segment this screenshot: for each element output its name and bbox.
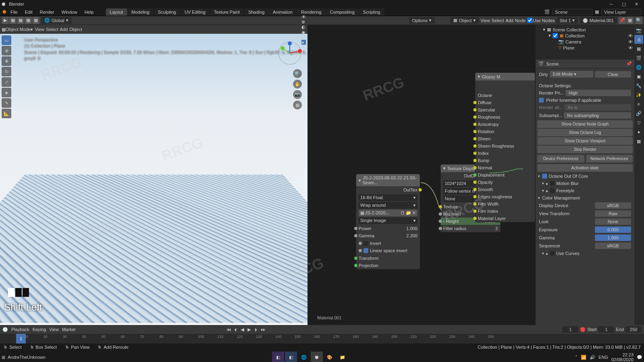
- tool-cursor[interactable]: ⊕: [2, 46, 11, 56]
- pin-icon[interactable]: 📌: [619, 17, 626, 24]
- ptab-material[interactable]: ●: [634, 128, 643, 136]
- ptab-scene[interactable]: 🎬: [634, 53, 643, 62]
- editmode-dropdown[interactable]: Edit Mode ▾: [550, 71, 593, 78]
- tl-playback[interactable]: Playback: [11, 327, 29, 332]
- view-transform-dropdown[interactable]: Raw: [595, 210, 631, 217]
- clock-time[interactable]: 22:23: [611, 352, 634, 357]
- ptab-output[interactable]: 🖨: [634, 35, 643, 44]
- shading4-icon[interactable]: ●: [301, 40, 306, 45]
- options-dropdown[interactable]: Options▾: [409, 17, 435, 24]
- tool-rotate[interactable]: ↻: [2, 67, 11, 76]
- ptab-world[interactable]: 🌐: [634, 63, 643, 72]
- tl-marker[interactable]: Marker: [62, 327, 76, 332]
- ptab-data[interactable]: ▽: [634, 118, 643, 127]
- node-glossy[interactable]: ▾Glossy M Octane Diffuse Specular Roughn…: [475, 72, 535, 222]
- snap-icon[interactable]: ▦: [9, 17, 17, 24]
- vp-view[interactable]: View: [35, 27, 44, 32]
- zoom-icon[interactable]: 🔍: [293, 69, 302, 78]
- backdrop-icon[interactable]: ▦: [626, 17, 634, 24]
- network-prefs-button[interactable]: Network Preferences: [586, 155, 633, 162]
- overlay-icon[interactable]: 👁: [301, 14, 306, 19]
- node-glossy-header[interactable]: ▾Glossy M: [475, 73, 535, 80]
- ptab-particles[interactable]: ✨: [634, 90, 643, 99]
- autokey-icon[interactable]: 🔴: [580, 327, 586, 332]
- timeline-ruler[interactable]: 1 10203040506070809010011012013014015016…: [0, 334, 644, 343]
- start-frame-field[interactable]: 1: [598, 326, 614, 333]
- ne-select[interactable]: Select: [491, 18, 504, 23]
- gizmo-icon[interactable]: ⊕: [301, 19, 306, 25]
- jump-start-icon[interactable]: ⏮: [225, 326, 232, 333]
- show-log-button[interactable]: Show Octane Log: [537, 129, 633, 136]
- activation-button[interactable]: Activation state: [537, 164, 633, 172]
- sequencer-dropdown[interactable]: sRGB: [595, 243, 631, 249]
- tool-measure[interactable]: 📐: [2, 109, 11, 118]
- tray-volume-icon[interactable]: 🔊: [590, 355, 595, 360]
- ptab-physics[interactable]: ⚛: [634, 100, 643, 109]
- menu-file[interactable]: File: [7, 9, 21, 15]
- tray-wifi-icon[interactable]: 📶: [581, 355, 586, 360]
- shading3-icon[interactable]: ●: [301, 35, 306, 40]
- ne-node[interactable]: Node: [515, 18, 526, 23]
- orientation-dropdown[interactable]: 🌐Global▾: [41, 17, 72, 24]
- renderpri-dropdown[interactable]: High: [566, 90, 631, 96]
- play-rev-icon[interactable]: ◀: [239, 326, 246, 333]
- nav-gizmo[interactable]: [278, 41, 302, 65]
- tab-shading[interactable]: Shading: [244, 8, 268, 16]
- snap4-icon[interactable]: ▦: [32, 17, 39, 24]
- tab-scripting[interactable]: Scripting: [359, 8, 384, 16]
- menu-window[interactable]: Window: [58, 9, 80, 15]
- task-app2[interactable]: ◧: [285, 352, 297, 362]
- tab-modeling[interactable]: Modeling: [128, 8, 154, 16]
- blender-icon[interactable]: ⬢: [2, 9, 6, 14]
- vp-object[interactable]: Object: [69, 27, 82, 32]
- show-viewport-button[interactable]: Show Octane Viewport: [537, 137, 633, 145]
- clear-button[interactable]: Clear: [595, 71, 631, 78]
- viewlayer-field[interactable]: View Layer: [601, 9, 642, 15]
- subsamp-dropdown[interactable]: No subsampling: [564, 112, 631, 119]
- window-minimize[interactable]: ─: [605, 0, 617, 8]
- tab-layout[interactable]: Layout: [106, 8, 127, 16]
- tab-uvediting[interactable]: UV Editing: [180, 8, 209, 16]
- tab-texturepaint[interactable]: Texture Paint: [210, 8, 244, 16]
- material-dropdown[interactable]: ⬤Material.001: [580, 17, 617, 24]
- tool-scale[interactable]: ⤢: [2, 77, 11, 87]
- exposure-field[interactable]: 0.000: [595, 226, 631, 233]
- window-maximize[interactable]: ▢: [618, 0, 630, 8]
- cursor-mode-icon[interactable]: ▶: [2, 17, 9, 24]
- object-dropdown[interactable]: ▦Object▾: [450, 17, 479, 24]
- snap3-icon[interactable]: ▦: [25, 17, 32, 24]
- menu-render[interactable]: Render: [37, 9, 58, 15]
- menu-edit[interactable]: Edit: [22, 9, 36, 15]
- tex-wrap-dropdown[interactable]: Wrap around▾: [359, 202, 417, 209]
- task-explorer[interactable]: 📁: [336, 352, 349, 362]
- ne-add[interactable]: Add: [506, 18, 514, 23]
- node-texture[interactable]: ▾JS-2-2020-08-02-22-21-55-Seam... OutTex…: [356, 174, 420, 269]
- tab-animation[interactable]: Animation: [269, 8, 297, 16]
- tex-single-dropdown[interactable]: Single Image▾: [359, 217, 417, 224]
- device-prefs-button[interactable]: Device Preferences: [537, 155, 584, 162]
- shading1-icon[interactable]: ◐: [301, 25, 306, 30]
- vp-select[interactable]: Select: [46, 27, 58, 32]
- display-device-dropdown[interactable]: sRGB: [595, 202, 631, 209]
- persp-icon[interactable]: ▦: [293, 101, 302, 109]
- tl-editor-icon[interactable]: 🕐: [2, 327, 8, 332]
- menu-help[interactable]: Help: [81, 9, 97, 15]
- tl-view[interactable]: View: [49, 327, 59, 332]
- ptab-texture[interactable]: ▦: [634, 137, 643, 146]
- ptab-render[interactable]: 📷: [634, 26, 643, 35]
- ne-view[interactable]: View: [481, 18, 490, 23]
- tab-sculpting[interactable]: Sculpting: [154, 8, 180, 16]
- tl-keying[interactable]: Keying: [33, 327, 46, 332]
- vp-add[interactable]: Add: [60, 27, 68, 32]
- windows-start-icon[interactable]: ⊞: [2, 355, 5, 360]
- play-icon[interactable]: ▶: [246, 326, 252, 333]
- end-frame-field[interactable]: 250: [625, 326, 642, 333]
- show-nodegraph-button[interactable]: Show Octane Node Graph: [537, 120, 633, 128]
- window-close[interactable]: ✕: [630, 0, 642, 8]
- task-blender[interactable]: ⬢: [311, 352, 323, 362]
- look-dropdown[interactable]: None: [595, 218, 631, 225]
- tool-annotate[interactable]: ✎: [2, 98, 11, 108]
- hand-icon[interactable]: ✋: [293, 80, 302, 88]
- ptab-modifier[interactable]: 🔧: [634, 81, 643, 90]
- use-nodes-check[interactable]: [527, 18, 533, 23]
